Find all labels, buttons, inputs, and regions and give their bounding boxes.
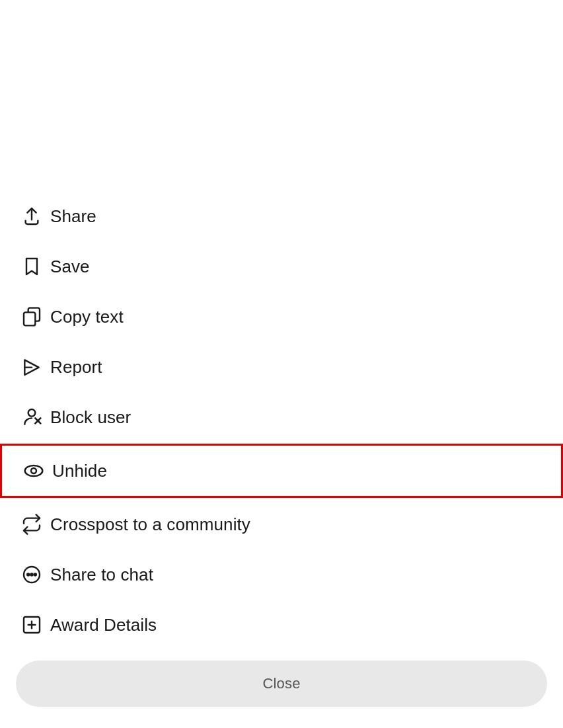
copy-text-label: Copy text bbox=[50, 307, 124, 327]
report-label: Report bbox=[50, 357, 102, 378]
menu-item-save[interactable]: Save bbox=[0, 241, 563, 292]
svg-point-7 bbox=[31, 468, 36, 473]
menu-item-report[interactable]: Report bbox=[0, 342, 563, 392]
menu-item-share[interactable]: Share bbox=[0, 191, 563, 241]
share-label: Share bbox=[50, 206, 96, 227]
svg-point-9 bbox=[27, 573, 29, 575]
svg-rect-1 bbox=[24, 312, 35, 325]
award-details-label: Award Details bbox=[50, 615, 157, 635]
unhide-icon bbox=[23, 460, 52, 481]
action-menu: Share Save Copy text Report bbox=[0, 186, 563, 650]
share-icon bbox=[21, 206, 50, 227]
menu-item-unhide[interactable]: Unhide bbox=[0, 444, 563, 498]
menu-item-share-to-chat[interactable]: Share to chat bbox=[0, 549, 563, 600]
close-button[interactable]: Close bbox=[16, 661, 547, 707]
save-label: Save bbox=[50, 257, 90, 277]
menu-item-award-details[interactable]: Award Details bbox=[0, 600, 563, 650]
svg-point-3 bbox=[28, 409, 36, 417]
award-icon bbox=[21, 614, 50, 635]
save-icon bbox=[21, 256, 50, 277]
crosspost-icon bbox=[21, 514, 50, 535]
menu-item-block-user[interactable]: Block user bbox=[0, 392, 563, 442]
menu-item-crosspost[interactable]: Crosspost to a community bbox=[0, 499, 563, 549]
crosspost-label: Crosspost to a community bbox=[50, 514, 250, 535]
svg-point-6 bbox=[25, 465, 43, 476]
block-user-icon bbox=[21, 407, 50, 428]
report-icon bbox=[21, 356, 50, 378]
svg-point-10 bbox=[30, 573, 32, 575]
block-user-label: Block user bbox=[50, 407, 131, 428]
copy-text-icon bbox=[21, 306, 50, 327]
share-to-chat-label: Share to chat bbox=[50, 565, 153, 585]
menu-item-copy-text[interactable]: Copy text bbox=[0, 292, 563, 342]
unhide-label: Unhide bbox=[52, 461, 107, 481]
svg-point-11 bbox=[34, 573, 36, 575]
share-chat-icon bbox=[21, 564, 50, 585]
close-button-wrap: Close bbox=[0, 650, 563, 728]
